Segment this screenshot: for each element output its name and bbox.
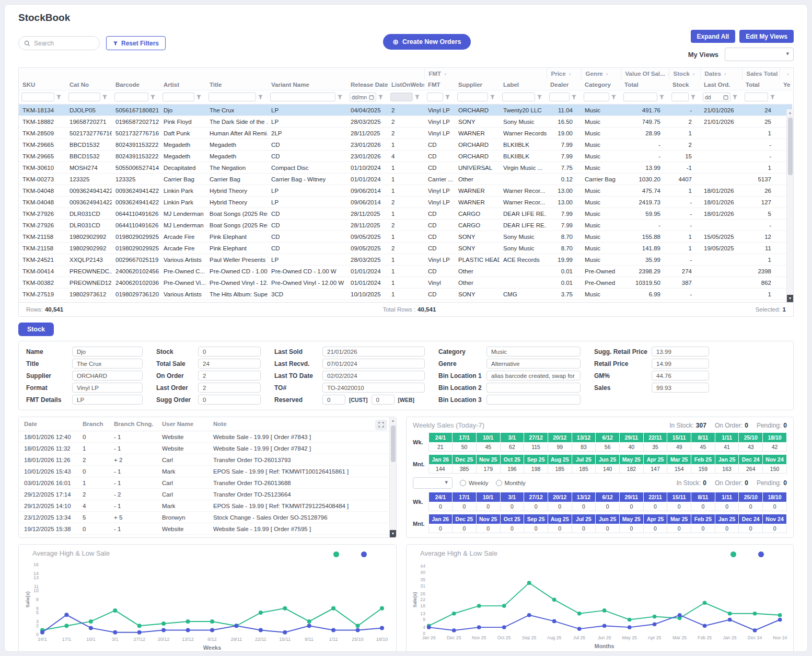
band-header[interactable]: Dates›: [700, 68, 742, 79]
band-chevron-icon[interactable]: ›: [724, 71, 726, 77]
compare-select[interactable]: ▾: [413, 477, 453, 489]
filter-input[interactable]: [165, 94, 192, 100]
create-new-orders-button[interactable]: ⊕ Create New Orders: [383, 34, 470, 50]
filter-input[interactable]: [747, 94, 766, 100]
column-header[interactable]: Ye: [780, 79, 792, 90]
history-row[interactable]: 29/12/2025 14:104- 1MarkEPOS Sale - 19.9…: [19, 500, 389, 512]
table-row[interactable]: TKM-2850950217327767165021732776716Daft …: [19, 128, 792, 139]
column-header[interactable]: Last Ord.: [700, 79, 742, 90]
filter-funnel-icon[interactable]: [659, 94, 665, 100]
table-row[interactable]: TKM-29665BBCD15328024391153222MegadethMe…: [19, 151, 792, 162]
table-row[interactable]: TKM-21158198029029920198029029925Arcade …: [19, 231, 792, 243]
filter-input[interactable]: [352, 94, 369, 100]
filter-input[interactable]: [586, 94, 607, 100]
history-row[interactable]: 18/01/2026 11:321- 1WebsiteWebsite Sale …: [19, 443, 389, 454]
monthly-radio[interactable]: [496, 480, 502, 486]
band-chevron-icon[interactable]: ›: [693, 71, 695, 77]
column-header[interactable]: Category: [581, 79, 621, 90]
field-input[interactable]: [72, 383, 143, 393]
column-header[interactable]: Title: [206, 79, 268, 90]
filter-input[interactable]: [551, 94, 567, 100]
field-input[interactable]: [72, 347, 143, 356]
table-row[interactable]: TKM-27519198029736120198029736120Various…: [19, 289, 792, 300]
column-header[interactable]: SKU: [19, 79, 66, 90]
field-input[interactable]: [322, 347, 425, 356]
filter-funnel-icon[interactable]: [445, 94, 450, 100]
table-row[interactable]: TKM-18134DJOLP055056167180821DjoThe Crux…: [19, 105, 792, 116]
history-row[interactable]: 23/12/2025 13:345+ 5BronwynStock Change …: [19, 512, 389, 523]
field-input[interactable]: [652, 359, 709, 369]
history-scrollbar[interactable]: ▲ ▼: [389, 417, 396, 537]
table-row[interactable]: TKM-18882196587202710196587202712Pink Fl…: [19, 116, 792, 128]
field-input[interactable]: [198, 395, 261, 405]
band-header[interactable]: Value Of Sal...›: [621, 68, 669, 79]
scroll-down-icon[interactable]: ▼: [390, 530, 396, 537]
field-input[interactable]: [486, 395, 581, 405]
field-input[interactable]: [486, 383, 581, 393]
column-header[interactable]: Cat No: [66, 79, 112, 90]
table-row[interactable]: TKM-21158198029029920198029029925Arcade …: [19, 243, 792, 254]
band-header[interactable]: Price›: [547, 68, 581, 79]
column-header[interactable]: ListOnWebsite: [388, 79, 424, 90]
filter-input[interactable]: [504, 94, 533, 100]
column-header[interactable]: Supplier: [455, 79, 500, 90]
filter-input[interactable]: [272, 94, 333, 100]
filter-funnel-icon[interactable]: [537, 94, 542, 100]
field-input[interactable]: [486, 347, 581, 356]
band-chevron-icon[interactable]: ‹: [787, 71, 790, 77]
filter-input[interactable]: [211, 94, 254, 100]
reset-filters-button[interactable]: Reset Filters: [106, 36, 166, 50]
scroll-thumb[interactable]: [391, 425, 396, 462]
filter-input[interactable]: [429, 94, 441, 100]
band-chevron-icon[interactable]: ›: [444, 71, 446, 77]
filter-input[interactable]: [117, 94, 146, 100]
table-row[interactable]: TKM-30610MOSH2745055006527414Decapitated…: [19, 162, 792, 174]
field-input[interactable]: [322, 371, 425, 381]
filter-input[interactable]: [674, 94, 687, 100]
filter-funnel-icon[interactable]: [378, 94, 384, 100]
filter-funnel-icon[interactable]: [490, 94, 495, 100]
column-header[interactable]: Stock: [669, 79, 700, 90]
table-row[interactable]: TKM-00273123325123325Carrier BagCarrier …: [19, 174, 792, 185]
field-input[interactable]: [198, 383, 261, 393]
filter-input[interactable]: [705, 94, 723, 100]
column-header[interactable]: Total: [621, 79, 669, 90]
history-row[interactable]: 19/12/2025 15:380- 1WebsiteWebsite Sale …: [19, 523, 389, 535]
column-header[interactable]: Variant Name: [268, 79, 347, 90]
history-row[interactable]: 18/01/2026 11:262+ 2CarlTransfer Order T…: [19, 454, 389, 466]
scroll-up-icon[interactable]: ▲: [390, 417, 396, 424]
field-input[interactable]: [72, 371, 143, 381]
band-header[interactable]: Sales Total›: [742, 68, 780, 79]
history-row[interactable]: 18/01/2026 12:400- 1WebsiteWebsite Sale …: [19, 431, 389, 443]
scroll-down-icon[interactable]: ▼: [787, 295, 793, 302]
field-input[interactable]: [486, 371, 581, 381]
column-header[interactable]: Dealer: [547, 79, 581, 90]
filter-funnel-icon[interactable]: [337, 94, 343, 100]
table-row[interactable]: TKM-0404800936249414220093624941422Linki…: [19, 197, 792, 208]
filter-funnel-icon[interactable]: [56, 94, 62, 100]
filter-funnel-icon[interactable]: [196, 94, 202, 100]
filter-input[interactable]: [71, 94, 98, 100]
weekly-radio-group[interactable]: Weekly: [460, 480, 489, 486]
reserved-cust-input[interactable]: [322, 395, 345, 405]
filter-input[interactable]: [24, 94, 52, 100]
table-row[interactable]: TKM-27926DLR031CD0644110491626MJ Lenderm…: [19, 220, 792, 231]
column-header[interactable]: Artist: [160, 79, 206, 90]
search-input[interactable]: [34, 40, 91, 47]
expand-all-button[interactable]: Expand All: [691, 30, 736, 43]
table-row[interactable]: TKM-27926DLR031CD0644110491626MJ Lenderm…: [19, 208, 792, 220]
column-header[interactable]: Total: [742, 79, 780, 90]
my-views-select[interactable]: ▾: [725, 48, 794, 61]
field-input[interactable]: [198, 359, 261, 369]
weekly-radio[interactable]: [460, 480, 466, 486]
history-row[interactable]: 29/12/2025 17:142- 2CarlTransfer Order T…: [19, 489, 389, 500]
field-input[interactable]: [322, 359, 425, 369]
scroll-thumb[interactable]: [788, 118, 793, 175]
expand-button[interactable]: [375, 420, 387, 430]
field-input[interactable]: [486, 359, 581, 369]
filter-funnel-icon[interactable]: [611, 94, 617, 100]
field-input[interactable]: [322, 383, 425, 393]
filter-funnel-icon[interactable]: [690, 94, 696, 100]
reserved-web-input[interactable]: [372, 395, 395, 405]
edit-my-views-button[interactable]: Edit My Views: [739, 30, 794, 43]
